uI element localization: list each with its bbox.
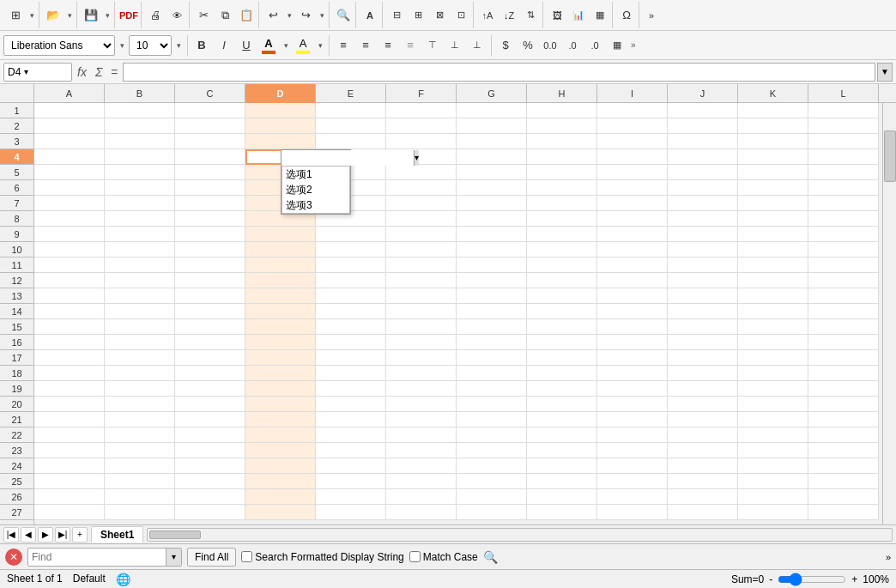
- cell-i13[interactable]: [597, 288, 668, 304]
- cell-k12[interactable]: [738, 273, 808, 288]
- col-header-j[interactable]: J: [668, 84, 738, 103]
- cell-d11[interactable]: [245, 258, 316, 273]
- copy-button[interactable]: ⧉: [215, 4, 235, 27]
- cell-e20[interactable]: [316, 397, 386, 412]
- cell-a20[interactable]: [34, 397, 105, 412]
- cell-k10[interactable]: [738, 242, 808, 258]
- row-header-11[interactable]: 11: [0, 258, 33, 273]
- cell-f9[interactable]: [386, 227, 457, 242]
- row-header-8[interactable]: 8: [0, 211, 33, 227]
- cell-g5[interactable]: [457, 165, 527, 180]
- cell-e3[interactable]: [316, 134, 386, 149]
- cell-j5[interactable]: [668, 165, 738, 180]
- sheet-next-button[interactable]: ▶: [38, 527, 53, 543]
- cell-b3[interactable]: [105, 134, 175, 149]
- row-header-9[interactable]: 9: [0, 227, 33, 242]
- cell-c1[interactable]: [175, 103, 245, 118]
- cell-b14[interactable]: [105, 304, 175, 319]
- cell-j19[interactable]: [668, 381, 738, 397]
- cell-h18[interactable]: [527, 366, 597, 381]
- cell-a25[interactable]: [34, 474, 105, 489]
- cell-e17[interactable]: [316, 350, 386, 366]
- cell-j17[interactable]: [668, 350, 738, 366]
- cell-h8[interactable]: [527, 211, 597, 227]
- cell-a6[interactable]: [34, 180, 105, 196]
- row-header-19[interactable]: 19: [0, 381, 33, 397]
- cell-d20[interactable]: [245, 397, 316, 412]
- cell-i23[interactable]: [597, 443, 668, 458]
- cell-j16[interactable]: [668, 335, 738, 350]
- cell-l4[interactable]: [808, 149, 879, 165]
- cell-c24[interactable]: [175, 458, 245, 474]
- sigma-icon[interactable]: Σ: [92, 65, 106, 79]
- row-header-18[interactable]: 18: [0, 366, 33, 381]
- redo-dropdown[interactable]: ▾: [317, 4, 327, 27]
- cell-f5[interactable]: [386, 165, 457, 180]
- row-header-3[interactable]: 3: [0, 134, 33, 149]
- highlight-color-dropdown[interactable]: ▾: [315, 34, 325, 57]
- paste-button[interactable]: 📋: [236, 4, 257, 27]
- cell-c15[interactable]: [175, 319, 245, 335]
- cell-i21[interactable]: [597, 412, 668, 427]
- cell-l21[interactable]: [808, 412, 879, 427]
- row-header-23[interactable]: 23: [0, 443, 33, 458]
- cell-f1[interactable]: [386, 103, 457, 118]
- cell-k21[interactable]: [738, 412, 808, 427]
- cell-g10[interactable]: [457, 242, 527, 258]
- row-header-14[interactable]: 14: [0, 304, 33, 319]
- cell-h22[interactable]: [527, 427, 597, 443]
- row-header-27[interactable]: 27: [0, 505, 33, 520]
- col-header-d[interactable]: D: [245, 84, 316, 103]
- save-button[interactable]: 💾: [81, 4, 101, 27]
- percent-button[interactable]: %: [518, 34, 538, 57]
- cell-e12[interactable]: [316, 273, 386, 288]
- cell-l14[interactable]: [808, 304, 879, 319]
- cell-k20[interactable]: [738, 397, 808, 412]
- cell-j14[interactable]: [668, 304, 738, 319]
- cell-i10[interactable]: [597, 242, 668, 258]
- toolbar-more-button[interactable]: »: [641, 4, 662, 27]
- cell-i14[interactable]: [597, 304, 668, 319]
- cell-j12[interactable]: [668, 273, 738, 288]
- cell-g6[interactable]: [457, 180, 527, 196]
- pdf-button[interactable]: PDF: [118, 4, 139, 27]
- cell-j27[interactable]: [668, 505, 738, 520]
- add-sheet-button[interactable]: +: [72, 527, 88, 543]
- cell-l7[interactable]: [808, 196, 879, 211]
- cell-d22[interactable]: [245, 427, 316, 443]
- cell-e24[interactable]: [316, 458, 386, 474]
- cell-e1[interactable]: [316, 103, 386, 118]
- cell-k11[interactable]: [738, 258, 808, 273]
- cell-l1[interactable]: [808, 103, 879, 118]
- align-bottom-button[interactable]: ⊥: [467, 34, 487, 57]
- cell-c27[interactable]: [175, 505, 245, 520]
- cell-h15[interactable]: [527, 319, 597, 335]
- cell-i1[interactable]: [597, 103, 668, 118]
- cell-c14[interactable]: [175, 304, 245, 319]
- cell-b6[interactable]: [105, 180, 175, 196]
- cell-j21[interactable]: [668, 412, 738, 427]
- cell-c11[interactable]: [175, 258, 245, 273]
- cell-b9[interactable]: [105, 227, 175, 242]
- sheet-button[interactable]: ⊠: [429, 4, 450, 27]
- cell-e10[interactable]: [316, 242, 386, 258]
- cell-k16[interactable]: [738, 335, 808, 350]
- find-more-button[interactable]: »: [886, 552, 891, 562]
- cell-d15[interactable]: [245, 319, 316, 335]
- cell-d26[interactable]: [245, 489, 316, 505]
- cell-d12[interactable]: [245, 273, 316, 288]
- cell-j22[interactable]: [668, 427, 738, 443]
- cell-d25[interactable]: [245, 474, 316, 489]
- cell-j18[interactable]: [668, 366, 738, 381]
- cell-h24[interactable]: [527, 458, 597, 474]
- insert-chart-button[interactable]: 📊: [568, 4, 589, 27]
- cell-k23[interactable]: [738, 443, 808, 458]
- cell-k13[interactable]: [738, 288, 808, 304]
- cell-e26[interactable]: [316, 489, 386, 505]
- cell-c3[interactable]: [175, 134, 245, 149]
- cell-c20[interactable]: [175, 397, 245, 412]
- spell-button[interactable]: A: [360, 4, 380, 27]
- cell-f16[interactable]: [386, 335, 457, 350]
- redo-button[interactable]: ↪: [295, 4, 316, 27]
- cell-e13[interactable]: [316, 288, 386, 304]
